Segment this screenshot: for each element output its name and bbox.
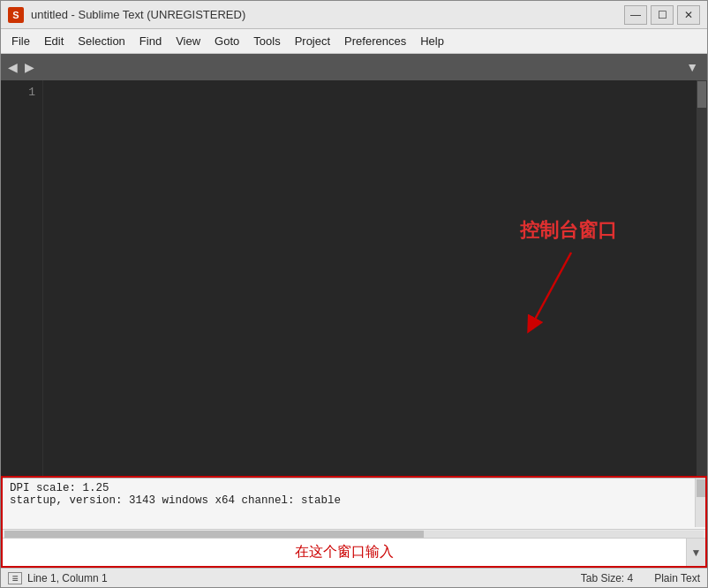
menu-item-find[interactable]: Find (132, 32, 169, 50)
line-numbers: 1 (1, 80, 43, 476)
main-window: S untitled - Sublime Text (UNREGISTERED)… (0, 0, 708, 588)
console-line-1: DPI scale: 1.25 (10, 482, 698, 494)
statusbar-right: Tab Size: 4 Plain Text (581, 572, 700, 584)
indent-icon[interactable]: ≡ (8, 572, 22, 584)
tabbar: ◀ ▶ ▼ (1, 54, 707, 80)
console-output[interactable]: DPI scale: 1.25 startup, version: 3143 w… (3, 479, 705, 529)
menu-item-preferences[interactable]: Preferences (337, 32, 413, 50)
console-wrapper: DPI scale: 1.25 startup, version: 3143 w… (1, 476, 707, 568)
app-icon: S (8, 7, 24, 23)
restore-button[interactable]: ☐ (651, 5, 674, 25)
tab-nav-right[interactable]: ▶ (21, 60, 38, 74)
menu-item-tools[interactable]: Tools (246, 32, 287, 50)
annotation-label: 控制台窗口 (520, 217, 617, 244)
editor-vertical-scrollbar[interactable] (697, 80, 707, 476)
menu-item-project[interactable]: Project (288, 32, 337, 50)
menu-item-file[interactable]: File (4, 32, 37, 50)
console-line-2: startup, version: 3143 windows x64 chann… (10, 494, 698, 507)
tab-nav-left[interactable]: ◀ (4, 60, 21, 74)
menu-item-view[interactable]: View (169, 32, 207, 50)
titlebar: S untitled - Sublime Text (UNREGISTERED)… (1, 1, 707, 29)
menu-item-selection[interactable]: Selection (71, 32, 132, 50)
console-panel: DPI scale: 1.25 startup, version: 3143 w… (3, 478, 705, 566)
console-input-row: ▼ (3, 538, 705, 566)
window-controls: — ☐ ✕ (624, 5, 700, 25)
console-vertical-scrollbar[interactable] (695, 479, 705, 527)
tab-dropdown[interactable]: ▼ (681, 60, 704, 74)
svg-line-1 (531, 253, 571, 326)
annotation-arrow (518, 248, 589, 340)
statusbar-left: ≡ Line 1, Column 1 (8, 572, 108, 584)
console-input-dropdown[interactable]: ▼ (686, 539, 705, 566)
console-hscroll-track[interactable] (4, 531, 704, 538)
line-number-1: 1 (8, 86, 35, 99)
menu-item-edit[interactable]: Edit (37, 32, 71, 50)
editor-area: 1 控制台窗口 (1, 80, 707, 476)
console-hscroll-thumb[interactable] (4, 531, 424, 538)
editor-content[interactable]: 控制台窗口 (43, 80, 697, 476)
menu-item-help[interactable]: Help (413, 32, 451, 50)
tab-size[interactable]: Tab Size: 4 (581, 572, 633, 584)
console-input[interactable] (3, 541, 686, 564)
editor-scrollbar-thumb[interactable] (697, 81, 706, 108)
minimize-button[interactable]: — (624, 5, 647, 25)
console-scrollbar-thumb[interactable] (697, 479, 705, 497)
menubar: FileEditSelectionFindViewGotoToolsProjec… (1, 29, 707, 54)
console-horizontal-scroll[interactable] (3, 529, 705, 538)
statusbar: ≡ Line 1, Column 1 Tab Size: 4 Plain Tex… (1, 568, 707, 587)
close-button[interactable]: ✕ (677, 5, 700, 25)
window-title: untitled - Sublime Text (UNREGISTERED) (31, 8, 624, 21)
cursor-position: Line 1, Column 1 (27, 572, 108, 584)
menu-item-goto[interactable]: Goto (207, 32, 246, 50)
syntax-label[interactable]: Plain Text (654, 572, 700, 584)
